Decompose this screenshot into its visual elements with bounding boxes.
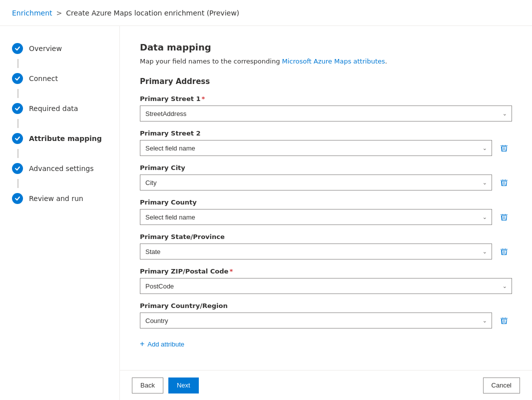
description-end: . bbox=[385, 58, 387, 65]
sidebar-label-attribute-mapping: Attribute mapping bbox=[29, 134, 102, 142]
select-primary-state[interactable]: State bbox=[140, 244, 492, 260]
footer-left: Back Next bbox=[132, 378, 199, 394]
field-group-primary-city: Primary City City ⌄ bbox=[140, 164, 512, 190]
field-label-primary-county: Primary County bbox=[140, 198, 512, 206]
step-icon-connect bbox=[12, 73, 23, 84]
step-connector-5 bbox=[17, 179, 18, 188]
breadcrumb-current: Create Azure Maps location enrichment (P… bbox=[66, 9, 239, 17]
field-row-primary-county: Select field name ⌄ bbox=[140, 209, 512, 225]
content-area: Data mapping Map your field names to the… bbox=[120, 26, 532, 400]
back-button[interactable]: Back bbox=[132, 378, 163, 394]
field-row-primary-street-1: StreetAddress ⌄ bbox=[140, 106, 512, 122]
select-wrapper-primary-state: State ⌄ bbox=[140, 244, 492, 260]
add-attribute-label: Add attribute bbox=[147, 340, 184, 348]
step-icon-review-and-run bbox=[12, 193, 23, 204]
select-primary-city[interactable]: City bbox=[140, 174, 492, 190]
sidebar-label-advanced-settings: Advanced settings bbox=[29, 164, 93, 172]
next-button[interactable]: Next bbox=[168, 378, 199, 394]
step-connector-4 bbox=[17, 149, 18, 158]
description-text: Map your field names to the correspondin… bbox=[140, 58, 282, 65]
delete-button-primary-country[interactable] bbox=[496, 312, 512, 328]
step-connector-3 bbox=[17, 119, 18, 128]
field-group-primary-country: Primary Country/Region Country ⌄ bbox=[140, 302, 512, 328]
field-label-primary-state: Primary State/Province bbox=[140, 233, 512, 240]
select-wrapper-primary-country: Country ⌄ bbox=[140, 312, 492, 328]
description-link[interactable]: Microsoft Azure Maps attributes bbox=[282, 58, 385, 65]
field-group-primary-street-1: Primary Street 1 * StreetAddress ⌄ bbox=[140, 95, 512, 122]
field-label-primary-street-2: Primary Street 2 bbox=[140, 130, 512, 137]
field-row-primary-street-2: Select field name ⌄ bbox=[140, 140, 512, 156]
step-connector-1 bbox=[17, 59, 18, 68]
field-row-primary-zip: PostCode ⌄ bbox=[140, 278, 512, 294]
delete-button-primary-city[interactable] bbox=[496, 174, 512, 190]
select-wrapper-primary-street-2: Select field name ⌄ bbox=[140, 140, 492, 156]
select-primary-country[interactable]: Country bbox=[140, 312, 492, 328]
select-wrapper-primary-zip: PostCode ⌄ bbox=[140, 278, 512, 294]
subsection-title: Primary Address bbox=[140, 77, 512, 86]
footer: Back Next Cancel bbox=[120, 370, 532, 400]
main-layout: Overview Connect Required data Attribute… bbox=[0, 26, 532, 400]
required-star-zip: * bbox=[229, 268, 233, 275]
sidebar: Overview Connect Required data Attribute… bbox=[0, 26, 120, 400]
sidebar-item-required-data[interactable]: Required data bbox=[0, 98, 119, 119]
field-row-primary-country: Country ⌄ bbox=[140, 312, 512, 328]
delete-button-primary-state[interactable] bbox=[496, 244, 512, 260]
step-icon-required-data bbox=[12, 103, 23, 114]
delete-button-primary-county[interactable] bbox=[496, 209, 512, 225]
sidebar-item-advanced-settings[interactable]: Advanced settings bbox=[0, 158, 119, 179]
select-primary-street-1[interactable]: StreetAddress bbox=[140, 106, 512, 122]
step-icon-overview bbox=[12, 43, 23, 54]
field-label-primary-street-1: Primary Street 1 * bbox=[140, 95, 512, 102]
sidebar-label-connect: Connect bbox=[29, 74, 58, 82]
select-primary-zip[interactable]: PostCode bbox=[140, 278, 512, 294]
field-group-primary-state: Primary State/Province State ⌄ bbox=[140, 233, 512, 260]
delete-button-primary-street-2[interactable] bbox=[496, 140, 512, 156]
step-icon-advanced-settings bbox=[12, 163, 23, 174]
field-row-primary-state: State ⌄ bbox=[140, 244, 512, 260]
field-label-primary-country: Primary Country/Region bbox=[140, 302, 512, 310]
plus-icon: + bbox=[140, 340, 144, 348]
step-icon-attribute-mapping bbox=[12, 133, 23, 144]
field-group-primary-zip: Primary ZIP/Postal Code * PostCode ⌄ bbox=[140, 268, 512, 294]
header: Enrichment > Create Azure Maps location … bbox=[0, 0, 532, 26]
sidebar-label-required-data: Required data bbox=[29, 104, 78, 112]
step-connector-2 bbox=[17, 89, 18, 98]
section-description: Map your field names to the correspondin… bbox=[140, 58, 512, 65]
cancel-button[interactable]: Cancel bbox=[483, 378, 520, 394]
sidebar-item-overview[interactable]: Overview bbox=[0, 38, 119, 59]
sidebar-label-overview: Overview bbox=[29, 44, 62, 52]
select-wrapper-primary-county: Select field name ⌄ bbox=[140, 209, 492, 225]
select-primary-street-2[interactable]: Select field name bbox=[140, 140, 492, 156]
add-attribute-button[interactable]: + Add attribute bbox=[140, 336, 184, 352]
field-group-primary-street-2: Primary Street 2 Select field name ⌄ bbox=[140, 130, 512, 156]
field-label-primary-zip: Primary ZIP/Postal Code * bbox=[140, 268, 512, 275]
field-row-primary-city: City ⌄ bbox=[140, 174, 512, 190]
section-title: Data mapping bbox=[140, 42, 512, 52]
sidebar-item-review-and-run[interactable]: Review and run bbox=[0, 188, 119, 209]
sidebar-item-connect[interactable]: Connect bbox=[0, 68, 119, 89]
sidebar-label-review-and-run: Review and run bbox=[29, 194, 83, 202]
sidebar-item-attribute-mapping[interactable]: Attribute mapping bbox=[0, 128, 119, 149]
field-group-primary-county: Primary County Select field name ⌄ bbox=[140, 198, 512, 225]
breadcrumb-separator: > bbox=[56, 9, 62, 17]
required-star-street1: * bbox=[202, 95, 205, 102]
field-label-primary-city: Primary City bbox=[140, 164, 512, 172]
select-wrapper-primary-street-1: StreetAddress ⌄ bbox=[140, 106, 512, 122]
select-wrapper-primary-city: City ⌄ bbox=[140, 174, 492, 190]
select-primary-county[interactable]: Select field name bbox=[140, 209, 492, 225]
breadcrumb-parent[interactable]: Enrichment bbox=[12, 9, 52, 17]
content-body: Data mapping Map your field names to the… bbox=[120, 26, 532, 370]
footer-right: Cancel bbox=[483, 378, 520, 394]
